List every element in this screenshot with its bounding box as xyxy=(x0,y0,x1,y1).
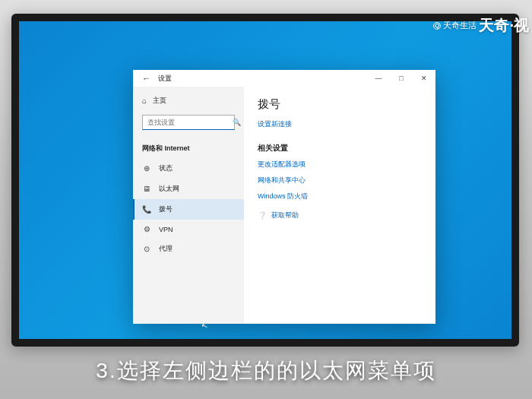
sidebar-home[interactable]: ⌂ 主页 xyxy=(133,93,244,109)
new-connection-link[interactable]: 设置新连接 xyxy=(258,119,422,129)
status-icon: ⊕ xyxy=(142,164,151,173)
close-button[interactable]: ✕ xyxy=(413,70,435,87)
content-pane: 拨号 设置新连接 相关设置 更改适配器选项 网络和共享中心 Windows 防火… xyxy=(244,87,435,324)
search-input[interactable] xyxy=(147,119,233,126)
sidebar-item-dialup[interactable]: 📞 拨号 xyxy=(133,199,244,220)
sidebar-item-label: VPN xyxy=(159,226,173,233)
minimize-button[interactable]: — xyxy=(367,70,390,87)
sidebar: ⌂ 主页 🔍 网络和 Internet ⊕ 状态 🖥 以太网 xyxy=(133,87,244,324)
help-icon: ❔ xyxy=(258,211,267,220)
back-icon[interactable]: ← xyxy=(139,72,154,84)
adapter-options-link[interactable]: 更改适配器选项 xyxy=(258,160,422,169)
maximize-button[interactable]: □ xyxy=(390,70,413,87)
desktop: ← 设置 — □ ✕ ⌂ 主页 🔍 xyxy=(19,21,511,339)
sidebar-item-label: 以太网 xyxy=(159,184,179,194)
home-label: 主页 xyxy=(153,96,166,106)
get-help-link[interactable]: ❔ 获取帮助 xyxy=(258,211,422,220)
help-label: 获取帮助 xyxy=(271,211,299,220)
window-controls: — □ ✕ xyxy=(367,70,435,87)
sidebar-item-label: 拨号 xyxy=(159,204,173,214)
vpn-icon: ⚙ xyxy=(142,225,151,233)
sidebar-item-status[interactable]: ⊕ 状态 xyxy=(133,158,244,179)
watermark-q-icon: Q xyxy=(433,22,441,30)
video-caption: 3.选择左侧边栏的的以太网菜单项 xyxy=(0,356,532,385)
sidebar-item-vpn[interactable]: ⚙ VPN xyxy=(133,220,244,239)
settings-window: ← 设置 — □ ✕ ⌂ 主页 🔍 xyxy=(133,70,435,324)
sidebar-item-proxy[interactable]: ⊙ 代理 xyxy=(133,239,244,259)
proxy-icon: ⊙ xyxy=(142,245,151,253)
titlebar-left: ← 设置 xyxy=(139,72,367,84)
watermark-small: 天奇生活 xyxy=(443,20,477,31)
watermark: Q 天奇生活 天奇·视 xyxy=(433,15,529,36)
watermark-large: 天奇·视 xyxy=(479,15,529,36)
monitor-bezel: ← 设置 — □ ✕ ⌂ 主页 🔍 xyxy=(11,14,519,347)
sidebar-category: 网络和 Internet xyxy=(133,136,244,158)
related-settings-header: 相关设置 xyxy=(258,143,422,154)
sidebar-item-ethernet[interactable]: 🖥 以太网 xyxy=(133,179,244,199)
sidebar-item-label: 代理 xyxy=(159,244,173,254)
network-sharing-link[interactable]: 网络和共享中心 xyxy=(258,176,422,185)
ethernet-icon: 🖥 xyxy=(142,185,151,193)
search-icon: 🔍 xyxy=(233,119,241,126)
search-box[interactable]: 🔍 xyxy=(142,115,235,130)
home-icon: ⌂ xyxy=(142,97,147,105)
page-title: 拨号 xyxy=(258,97,422,112)
window-body: ⌂ 主页 🔍 网络和 Internet ⊕ 状态 🖥 以太网 xyxy=(133,87,435,324)
sidebar-item-label: 状态 xyxy=(159,163,173,173)
firewall-link[interactable]: Windows 防火墙 xyxy=(258,192,422,201)
titlebar: ← 设置 — □ ✕ xyxy=(133,70,435,87)
dialup-icon: 📞 xyxy=(142,205,151,214)
window-title: 设置 xyxy=(158,74,172,84)
